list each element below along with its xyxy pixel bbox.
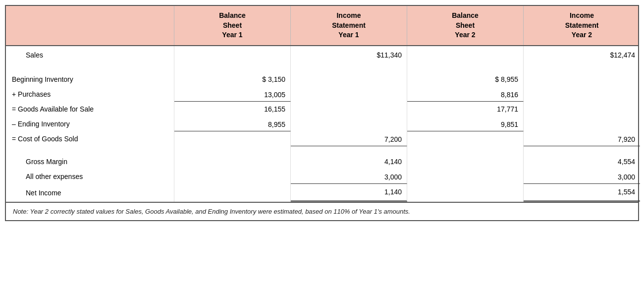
expenses-is1: 3,000 [291, 169, 407, 184]
table-header: BalanceSheetYear 1 IncomeStatementYear 1… [6, 6, 638, 46]
purchases-is1 [291, 87, 407, 102]
gross-margin-is2: 4,554 [524, 154, 640, 169]
net-income-label: Net Income [6, 184, 174, 202]
net-income-is1: 1,140 [291, 184, 407, 202]
note-section: Note: Year 2 correctly stated values for… [6, 202, 638, 220]
beginning-inventory-bs1: $ 3,150 [174, 72, 291, 87]
purchases-label: + Purchases [6, 87, 174, 102]
expenses-bs1 [174, 169, 291, 184]
beginning-inventory-is2 [524, 72, 640, 87]
gross-margin-bs2 [407, 154, 524, 169]
sales-row: Sales $11,340 $12,474 [6, 46, 638, 64]
gross-margin-row: Gross Margin 4,140 4,554 [6, 154, 638, 169]
cogs-bs2 [407, 131, 524, 146]
note-text: Note: Year 2 correctly stated values for… [13, 208, 410, 215]
sales-label: Sales [6, 46, 174, 64]
cogs-is2: 7,920 [524, 131, 640, 146]
gross-margin-bs1 [174, 154, 291, 169]
purchases-row: + Purchases 13,005 8,816 [6, 87, 638, 102]
sales-is2: $12,474 [524, 46, 640, 64]
cogs-bs1 [174, 131, 291, 146]
goods-is1 [291, 102, 407, 117]
spacer-row-2 [6, 146, 638, 154]
ending-inventory-is1 [291, 117, 407, 131]
gross-margin-is1: 4,140 [291, 154, 407, 169]
expenses-bs2 [407, 169, 524, 184]
beginning-inventory-bs2: $ 8,955 [407, 72, 524, 87]
ending-inventory-is2 [524, 117, 640, 131]
ending-inventory-bs1: 8,955 [174, 117, 291, 131]
purchases-bs1: 13,005 [174, 87, 291, 102]
net-income-bs2 [407, 184, 524, 202]
header-income-statement-y1: IncomeStatementYear 1 [291, 6, 407, 45]
sales-bs1 [174, 46, 291, 64]
net-income-row: Net Income 1,140 1,554 [6, 184, 638, 202]
header-balance-sheet-y1: BalanceSheetYear 1 [174, 6, 291, 45]
expenses-row: All other expenses 3,000 3,000 [6, 169, 638, 184]
goods-bs1: 16,155 [174, 102, 291, 117]
ending-inventory-bs2: 9,851 [407, 117, 524, 131]
beginning-inventory-row: Beginning Inventory $ 3,150 $ 8,955 [6, 72, 638, 87]
net-income-bs1 [174, 184, 291, 202]
expenses-is2: 3,000 [524, 169, 640, 184]
purchases-is2 [524, 87, 640, 102]
goods-row: = Goods Available for Sale 16,155 17,771 [6, 102, 638, 117]
gross-margin-label: Gross Margin [6, 154, 174, 169]
ending-inventory-row: – Ending Inventory 8,955 9,851 [6, 117, 638, 131]
header-balance-sheet-y2: BalanceSheetYear 2 [407, 6, 524, 45]
financial-table: BalanceSheetYear 1 IncomeStatementYear 1… [5, 5, 639, 221]
sales-bs2 [407, 46, 524, 64]
goods-is2 [524, 102, 640, 117]
cogs-is1: 7,200 [291, 131, 407, 146]
header-col1 [6, 6, 174, 45]
goods-bs2: 17,771 [407, 102, 524, 117]
header-income-statement-y2: IncomeStatementYear 2 [524, 6, 640, 45]
ending-inventory-label: – Ending Inventory [6, 117, 174, 131]
sales-is1: $11,340 [291, 46, 407, 64]
purchases-bs2: 8,816 [407, 87, 524, 102]
spacer-row-1 [6, 64, 638, 72]
cogs-row: = Cost of Goods Sold 7,200 7,920 [6, 131, 638, 146]
net-income-is2: 1,554 [524, 184, 640, 202]
cogs-label: = Cost of Goods Sold [6, 131, 174, 146]
goods-label: = Goods Available for Sale [6, 102, 174, 117]
beginning-inventory-label: Beginning Inventory [6, 72, 174, 87]
expenses-label: All other expenses [6, 169, 174, 184]
beginning-inventory-is1 [291, 72, 407, 87]
